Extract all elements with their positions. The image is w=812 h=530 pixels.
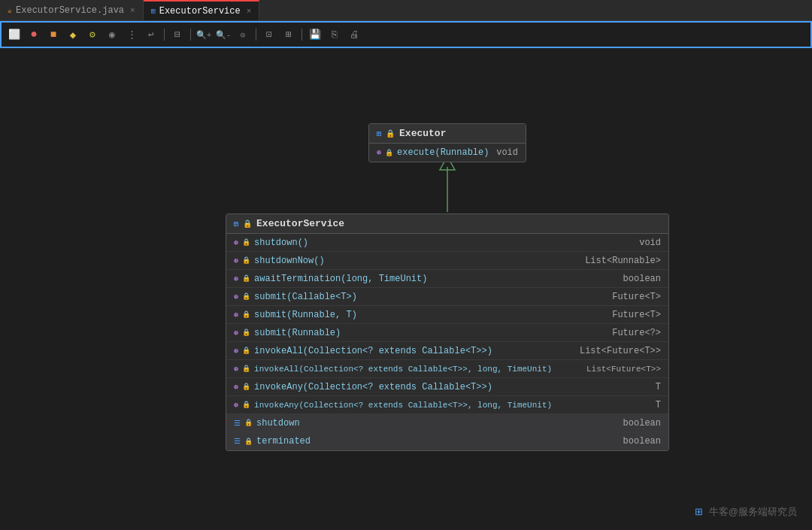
shutdown-method-name: shutdown(): [254, 238, 635, 248]
submitrunnablet-lock-icon: 🔒: [242, 310, 250, 319]
shutdown-method-icon: ⊛: [234, 238, 238, 247]
tool-zoom-in-btn[interactable]: 🔍+: [195, 26, 212, 43]
executor-header: ⊞ 🔒 Executor: [369, 124, 526, 144]
tab-uml[interactable]: ⊞ ExecutorService ×: [144, 0, 260, 20]
java-tab-close[interactable]: ×: [130, 6, 135, 15]
field-shutdown-name: shutdown: [256, 418, 620, 429]
tool-circle-btn[interactable]: ●: [26, 26, 42, 43]
tool-filter-btn[interactable]: ⋮: [123, 26, 140, 43]
submitrunnable-return-type: Future<?>: [612, 328, 661, 338]
method-invokeany-1: ⊛ 🔒 invokeAny(Collection<? extends Calla…: [226, 378, 668, 396]
shutdownnow-return-type: List<Runnable>: [585, 256, 661, 266]
executor-lock-icon: 🔒: [386, 129, 395, 138]
tab-java[interactable]: ☕ ExecutorService.java ×: [0, 0, 144, 20]
invokeany1-method-icon: ⊛: [234, 383, 238, 392]
tool-eye-btn[interactable]: ◉: [104, 26, 120, 43]
uml-tab-close[interactable]: ×: [247, 7, 252, 16]
toolbar-separator-4: [301, 29, 302, 41]
field-shutdown-lock-icon: 🔒: [244, 419, 253, 427]
awaittermination-return-type: boolean: [623, 274, 661, 284]
invokeany2-return-type: T: [656, 400, 661, 410]
awaittermination-lock-icon: 🔒: [242, 274, 250, 283]
submitrunnablet-method-icon: ⊛: [234, 310, 238, 320]
invokeany1-lock-icon: 🔒: [242, 383, 250, 391]
watermark-icon: ⊞: [695, 506, 703, 517]
toolbar: ⬜ ● ■ ◆ ⚙ ◉ ⋮ ↩ ⊟ 🔍+ 🔍- ⊙ ⊡ ⊞ 💾 ⎘ 🖨: [0, 21, 812, 48]
awaittermination-method-name: awaitTermination(long, TimeUnit): [254, 274, 620, 284]
invokeany2-method-name: invokeAny(Collection<? extends Callable<…: [254, 401, 652, 410]
tool-zoom-actual-btn[interactable]: ⊙: [235, 26, 251, 43]
method-submit-runnable-t: ⊛ 🔒 submit(Runnable, T) Future<T>: [226, 306, 668, 324]
invokeany1-method-name: invokeAny(Collection<? extends Callable<…: [254, 382, 652, 392]
method-shutdown: ⊛ 🔒 shutdown() void: [226, 234, 668, 252]
field-shutdown-icon: ☰: [234, 419, 241, 428]
shutdownnow-method-name: shutdownNow(): [254, 256, 581, 266]
tool-layout-btn[interactable]: ⬜: [6, 26, 23, 43]
executor-service-interface-icon: ⊞: [234, 220, 238, 229]
tool-print-btn[interactable]: 🖨: [346, 26, 362, 43]
execute-return-type: void: [496, 147, 518, 158]
method-submit-callable: ⊛ 🔒 submit(Callable<T>) Future<T>: [226, 288, 668, 306]
executor-service-class-name: ExecutorService: [256, 218, 344, 229]
invokeany2-method-icon: ⊛: [234, 401, 238, 410]
executor-class-box: ⊞ 🔒 Executor ⊛ 🔒 execute(Runnable) void: [368, 123, 526, 162]
tool-layers-btn[interactable]: ⊟: [169, 26, 186, 43]
uml-tab-label: ExecutorService: [159, 6, 241, 17]
uml-canvas: ⊞ 🔒 Executor ⊛ 🔒 execute(Runnable) void …: [0, 48, 812, 530]
invokeall1-method-icon: ⊛: [234, 347, 238, 356]
tool-square-btn[interactable]: ■: [45, 26, 62, 43]
executor-service-class-box: ⊞ 🔒 ExecutorService ⊛ 🔒 shutdown() void …: [226, 214, 669, 451]
method-submit-runnable: ⊛ 🔒 submit(Runnable) Future<?>: [226, 324, 668, 342]
field-terminated-name: terminated: [256, 436, 620, 447]
invokeall1-return-type: List<Future<T>>: [580, 346, 661, 356]
field-terminated-lock-icon: 🔒: [244, 438, 253, 446]
tab-bar: ☕ ExecutorService.java × ⊞ ExecutorServi…: [0, 0, 812, 21]
tool-export-btn[interactable]: ⊞: [280, 26, 297, 43]
submitrunnable-method-icon: ⊛: [234, 329, 238, 338]
tool-diamond-btn[interactable]: ◆: [65, 26, 81, 43]
field-terminated-icon: ☰: [234, 437, 241, 446]
toolbar-separator-3: [256, 29, 256, 41]
field-shutdown-type: boolean: [623, 418, 661, 429]
submitrunnablet-return-type: Future<T>: [612, 310, 661, 320]
java-tab-label: ExecutorService.java: [16, 5, 124, 16]
tool-save-btn[interactable]: 💾: [307, 26, 323, 43]
tool-back-btn[interactable]: ↩: [143, 26, 159, 43]
execute-method-icon: ⊛: [377, 148, 381, 157]
tool-gear-btn[interactable]: ⚙: [84, 26, 101, 43]
toolbar-separator-2: [190, 29, 191, 41]
tool-fit-btn[interactable]: ⊡: [261, 26, 277, 43]
watermark: ⊞ 牛客@服务端研究员: [695, 505, 797, 519]
tool-copy-btn[interactable]: ⎘: [326, 26, 343, 43]
watermark-text: 牛客@服务端研究员: [709, 506, 797, 517]
awaittermination-method-icon: ⊛: [234, 274, 238, 283]
invokeall2-return-type: List<Future<T>>: [586, 365, 661, 374]
executor-service-header: ⊞ 🔒 ExecutorService: [226, 214, 668, 234]
execute-method-name: execute(Runnable): [397, 147, 492, 158]
invokeall2-method-icon: ⊛: [234, 365, 238, 374]
invokeany2-lock-icon: 🔒: [242, 401, 250, 409]
field-terminated-type: boolean: [623, 436, 661, 447]
invokeall2-lock-icon: 🔒: [242, 365, 250, 373]
submitrunnable-lock-icon: 🔒: [242, 329, 250, 337]
java-tab-icon: ☕: [8, 6, 12, 15]
submitcallable-return-type: Future<T>: [612, 292, 661, 302]
invokeall1-method-name: invokeAll(Collection<? extends Callable<…: [254, 346, 576, 356]
tool-zoom-out-btn[interactable]: 🔍-: [215, 26, 232, 43]
method-shutdown-now: ⊛ 🔒 shutdownNow() List<Runnable>: [226, 252, 668, 270]
executor-interface-icon: ⊞: [377, 129, 381, 138]
shutdown-lock-icon: 🔒: [242, 238, 250, 247]
submitcallable-lock-icon: 🔒: [242, 292, 250, 301]
submitrunnable-method-name: submit(Runnable): [254, 328, 608, 338]
method-await-termination: ⊛ 🔒 awaitTermination(long, TimeUnit) boo…: [226, 270, 668, 288]
shutdown-return-type: void: [639, 238, 661, 248]
executor-class-name: Executor: [399, 128, 446, 139]
uml-tab-icon: ⊞: [151, 7, 156, 16]
shutdownnow-lock-icon: 🔒: [242, 256, 250, 265]
executor-service-lock-icon: 🔒: [243, 220, 252, 229]
toolbar-separator-1: [164, 29, 165, 41]
executor-method-execute: ⊛ 🔒 execute(Runnable) void: [369, 144, 526, 162]
execute-lock-icon: 🔒: [385, 149, 393, 157]
method-invokeall-1: ⊛ 🔒 invokeAll(Collection<? extends Calla…: [226, 342, 668, 360]
field-shutdown: ☰ 🔒 shutdown boolean: [226, 414, 668, 432]
